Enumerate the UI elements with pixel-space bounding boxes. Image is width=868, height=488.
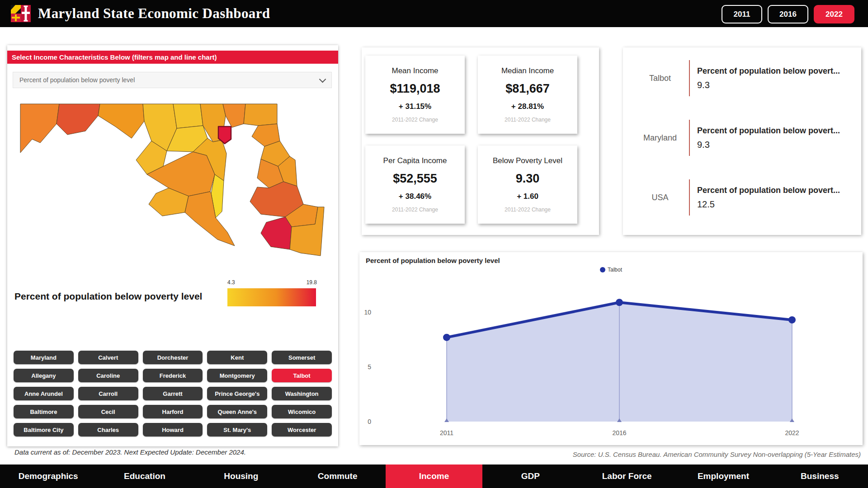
kpi-value: 9.30 (516, 172, 540, 186)
nav-tab-commute[interactable]: Commute (289, 465, 386, 488)
maryland-choropleth-map (12, 98, 333, 278)
county-button-allegany[interactable]: Allegany (14, 369, 74, 382)
county-button-calvert[interactable]: Calvert (78, 351, 138, 364)
map-region-somerset[interactable] (261, 217, 292, 249)
comparison-region: Talbot (631, 74, 689, 83)
legend-gradient-bar (227, 288, 316, 306)
kpi-period: 2011-2022 Change (392, 117, 438, 123)
chart-legend: Talbot (359, 267, 863, 273)
map-region-st-marys[interactable] (185, 192, 235, 246)
comparison-metric: Percent of population below povert... (697, 66, 857, 76)
svg-text:5: 5 (368, 363, 371, 371)
region-comparison-panel: Talbot Percent of population below pover… (623, 47, 861, 235)
nav-tab-business[interactable]: Business (772, 465, 868, 488)
county-button-carroll[interactable]: Carroll (78, 387, 138, 400)
chevron-down-icon (319, 75, 326, 83)
nav-tab-education[interactable]: Education (96, 465, 193, 488)
comparison-row-talbot[interactable]: Talbot Percent of population below pover… (631, 56, 857, 101)
kpi-card-per-capita-income[interactable]: Per Capita Income $52,555 + 38.46% 2011-… (365, 145, 465, 224)
comparison-value: 9.3 (697, 140, 857, 150)
svg-text:0: 0 (368, 418, 371, 425)
svg-text:2022: 2022 (785, 429, 799, 436)
county-button-somerset[interactable]: Somerset (272, 351, 332, 364)
county-button-charles[interactable]: Charles (78, 423, 138, 436)
county-button-wicomico[interactable]: Wicomico (272, 405, 332, 418)
county-button-grid: Maryland Calvert Dorchester Kent Somerse… (14, 351, 332, 436)
map-color-legend: 4.3 19.8 (227, 279, 317, 306)
comparison-region: Maryland (631, 133, 689, 143)
legend-series-label: Talbot (608, 267, 622, 273)
county-button-maryland[interactable]: Maryland (14, 351, 74, 364)
map-region-allegany[interactable] (57, 104, 100, 135)
kpi-change: + 28.81% (511, 102, 544, 111)
source-note: Source: U.S. Census Bureau. American Com… (573, 450, 861, 458)
svg-text:2016: 2016 (612, 429, 626, 436)
county-button-baltimore[interactable]: Baltimore (14, 405, 74, 418)
data-currency-note: Data current as of: December 2023. Next … (14, 448, 246, 456)
comparison-region: USA (631, 193, 689, 202)
kpi-change: + 31.15% (399, 102, 431, 111)
kpi-title: Median Income (501, 66, 554, 75)
kpi-value: $81,667 (505, 82, 550, 96)
county-button-anne-arundel[interactable]: Anne Arundel (14, 387, 74, 400)
nav-tab-employment[interactable]: Employment (675, 465, 771, 488)
year-button-2011[interactable]: 2011 (722, 5, 762, 23)
county-button-st-marys[interactable]: St. Mary's (207, 423, 267, 436)
nav-tab-gdp[interactable]: GDP (482, 465, 579, 488)
county-button-dorchester[interactable]: Dorchester (143, 351, 203, 364)
map-region-washington[interactable] (98, 104, 144, 138)
page-title: Maryland State Economic Dashboard (38, 5, 270, 22)
county-button-montgomery[interactable]: Montgomery (207, 369, 267, 382)
county-button-worcester[interactable]: Worcester (272, 423, 332, 436)
map-region-cecil[interactable] (244, 104, 277, 126)
comparison-row-usa[interactable]: USA Percent of population below povert..… (631, 175, 857, 220)
income-filter-panel: Select Income Characteristics Below (fil… (7, 45, 338, 446)
county-button-garrett[interactable]: Garrett (143, 387, 203, 400)
kpi-card-median-income[interactable]: Median Income $81,667 + 28.81% 2011-2022… (478, 56, 577, 134)
legend-min-value: 4.3 (227, 279, 235, 286)
year-button-2016[interactable]: 2016 (768, 5, 808, 23)
map-region-garrett[interactable] (20, 104, 59, 153)
dashboard: Maryland State Economic Dashboard 2011 2… (0, 0, 868, 488)
kpi-card-mean-income[interactable]: Mean Income $119,018 + 31.15% 2011-2022 … (365, 56, 465, 134)
kpi-value: $119,018 (390, 82, 440, 96)
nav-tab-labor-force[interactable]: Labor Force (579, 465, 675, 488)
county-button-kent[interactable]: Kent (207, 351, 267, 364)
svg-text:2011: 2011 (440, 429, 453, 436)
map-legend-title: Percent of population below poverty leve… (14, 289, 213, 304)
legend-max-value: 19.8 (307, 279, 317, 286)
county-button-caroline[interactable]: Caroline (78, 369, 138, 382)
county-button-queen-annes[interactable]: Queen Anne's (207, 405, 267, 418)
county-button-baltimore-city[interactable]: Baltimore City (14, 423, 74, 436)
comparison-metric: Percent of population below povert... (697, 186, 857, 195)
comparison-row-maryland[interactable]: Maryland Percent of population below pov… (631, 115, 857, 160)
income-characteristic-dropdown[interactable]: Percent of population below poverty leve… (13, 72, 332, 88)
year-filter-group: 2011 2016 2022 (722, 5, 854, 23)
nav-tab-demographics[interactable]: Demographics (0, 465, 96, 488)
poverty-trend-chart-panel: Percent of population below poverty leve… (359, 252, 863, 445)
svg-text:10: 10 (364, 309, 371, 316)
county-button-harford[interactable]: Harford (143, 405, 203, 418)
nav-tab-income[interactable]: Income (386, 465, 482, 488)
kpi-period: 2011-2022 Change (505, 206, 551, 213)
maryland-flag-icon (11, 5, 31, 22)
county-button-washington[interactable]: Washington (272, 387, 332, 400)
map-region-carroll[interactable] (173, 104, 203, 128)
comparison-value: 9.3 (697, 80, 857, 90)
county-button-talbot[interactable]: Talbot (272, 369, 332, 382)
map-region-harford[interactable] (223, 104, 245, 127)
kpi-value: $52,555 (393, 172, 437, 186)
comparison-value: 12.5 (697, 199, 857, 210)
header-bar: Maryland State Economic Dashboard 2011 2… (0, 0, 868, 27)
nav-tab-housing[interactable]: Housing (193, 465, 289, 488)
county-button-frederick[interactable]: Frederick (143, 369, 203, 382)
county-button-cecil[interactable]: Cecil (78, 405, 138, 418)
area-chart[interactable]: 0510201120162022 (359, 278, 863, 441)
kpi-period: 2011-2022 Change (392, 206, 438, 213)
kpi-title: Per Capita Income (383, 156, 447, 165)
kpi-card-below-poverty-level[interactable]: Below Poverty Level 9.30 + 1.60 2011-202… (478, 145, 577, 224)
year-button-2022[interactable]: 2022 (814, 5, 854, 23)
county-button-prince-georges[interactable]: Prince George's (207, 387, 267, 400)
kpi-change: + 38.46% (399, 192, 431, 201)
county-button-howard[interactable]: Howard (143, 423, 203, 436)
